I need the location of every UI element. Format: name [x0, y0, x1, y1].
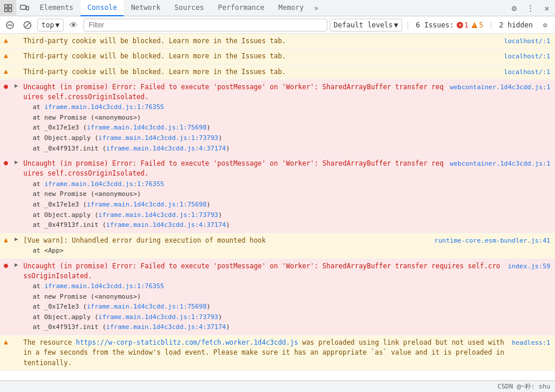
separator-1: | [406, 21, 410, 29]
log-level-dropdown-icon: ▼ [394, 21, 398, 29]
clear-console-button[interactable] [2, 18, 18, 33]
message-row: ▲ The resource https://w-corp-staticblit… [0, 335, 555, 371]
issues-badge[interactable]: 6 Issues: ✕ 1 ! 5 [413, 21, 486, 29]
more-options-icon[interactable]: ⋮ [522, 0, 539, 16]
expand-btn-vue[interactable]: ▶ [12, 235, 21, 242]
console-settings-icon[interactable]: ⚙ [537, 18, 553, 33]
resource-link[interactable]: https://w-corp-staticblitz.com/fetch.wor… [76, 338, 298, 346]
tab-performance[interactable]: Performance [211, 0, 271, 16]
svg-rect-2 [5, 9, 8, 12]
message-text: Third-party cookie will be blocked. Lear… [21, 66, 502, 78]
filter-input[interactable] [83, 19, 327, 32]
eye-icon[interactable]: 👁 [66, 18, 81, 33]
log-level-selector[interactable]: Default levels ▼ [330, 19, 402, 32]
stack-link[interactable]: iframe.main.1d4c3cdd.js:1:73793 [99, 211, 218, 219]
console-messages: ▲ Third-party cookie will be blocked. Le… [0, 34, 555, 380]
tab-console[interactable]: Console [81, 0, 124, 16]
message-source[interactable]: webcontainer.1d4c3cdd.js:1 [448, 158, 555, 169]
stack-link[interactable]: iframe.main.1d4c3cdd.js:1:76355 [44, 282, 164, 290]
svg-rect-1 [9, 5, 12, 8]
stack-link[interactable]: iframe.main.1d4c3cdd.js:1:76355 [44, 103, 164, 111]
svg-rect-0 [5, 5, 8, 8]
stack-link[interactable]: iframe.main.1d4c3cdd.js:1:73793 [99, 313, 218, 321]
tab-network[interactable]: Network [124, 0, 167, 16]
inspect-icon[interactable] [0, 0, 16, 16]
stack-link[interactable]: iframe.main.1d4c3cdd.js:1:73793 [99, 134, 218, 142]
error-icon: ● [0, 81, 12, 90]
context-dropdown-icon: ▼ [55, 21, 60, 29]
svg-rect-5 [26, 6, 29, 10]
hidden-count-label: 2 hidden [499, 21, 533, 29]
expand-placeholder-resource [12, 337, 21, 338]
svg-text:✕: ✕ [458, 23, 462, 28]
message-row: ▲ ▶ [Vue warn]: Unhandled error during e… [0, 233, 555, 259]
svg-text:!: ! [474, 23, 475, 29]
expand-placeholder [12, 66, 21, 67]
more-tabs-icon[interactable]: » [310, 0, 322, 16]
stack-link[interactable]: iframe.main.1d4c3cdd.js:1:75698 [87, 124, 207, 131]
warning-icon: ▲ [0, 235, 12, 244]
message-text: Third-party cookie will be blocked. Lear… [21, 50, 502, 62]
message-source[interactable]: localhost/:1 [502, 50, 555, 61]
warning-icon: ▲ [0, 50, 12, 60]
close-devtools-icon[interactable]: ✕ [539, 0, 555, 16]
log-level-label: Default levels [334, 21, 393, 29]
svg-rect-4 [20, 5, 26, 9]
message-source[interactable]: index.js:59 [505, 260, 555, 271]
message-row: ● ▶ Uncaught (in promise) Error: Failed … [0, 156, 555, 233]
warning-icon: ▲ [0, 66, 12, 75]
error-icon: ● [0, 260, 12, 270]
svg-rect-3 [9, 9, 12, 12]
message-text: Third-party cookie will be blocked. Lear… [21, 35, 502, 47]
warning-icon: ▲ [0, 35, 12, 44]
bottom-bar-text: CSDN @~朴: shu [498, 382, 550, 391]
stack-link[interactable]: iframe.main.1d4c3cdd.js:1:75698 [87, 303, 207, 310]
svg-line-9 [25, 23, 30, 27]
device-toolbar-icon[interactable] [16, 0, 33, 16]
message-source[interactable]: runtime-core.esm-bundler.js:41 [432, 235, 555, 246]
expand-btn-2[interactable]: ▶ [12, 158, 21, 165]
stack-link[interactable]: iframe.main.1d4c3cdd.js:4:37174 [106, 221, 226, 229]
message-row: ● ▶ Uncaught (in promise) Error: Failed … [0, 259, 555, 335]
warning-icon: ▲ [0, 337, 12, 346]
message-source[interactable]: localhost/:1 [502, 66, 555, 77]
prohibit-button[interactable] [20, 18, 35, 33]
message-row: ● ▶ Uncaught (in promise) Error: Failed … [0, 80, 555, 156]
context-label: top [41, 21, 54, 29]
expand-btn-3[interactable]: ▶ [12, 260, 21, 268]
console-toolbar: top ▼ 👁 Default levels ▼ | 6 Issues: ✕ 1… [0, 16, 555, 34]
message-source[interactable]: headless:1 [509, 337, 555, 348]
hidden-messages-badge[interactable]: 2 hidden [497, 21, 535, 29]
error-icon: ● [0, 158, 12, 167]
separator-2: | [489, 21, 493, 29]
message-row: ▲ Third-party cookie will be blocked. Le… [0, 65, 555, 80]
error-badge: ✕ 1 [456, 21, 469, 29]
message-text: Uncaught (in promise) Error: Failed to e… [21, 158, 448, 231]
message-text: Uncaught (in promise) Error: Failed to e… [21, 81, 448, 155]
message-source[interactable]: webcontainer.1d4c3cdd.js:1 [448, 81, 555, 92]
warning-badge: ! 5 [471, 21, 483, 29]
issues-count-label: 6 Issues: [416, 21, 453, 29]
message-text: Uncaught (in promise) Error: Failed to e… [21, 260, 505, 334]
message-row: ▲ Third-party cookie will be blocked. Le… [0, 34, 555, 49]
stack-link[interactable]: iframe.main.1d4c3cdd.js:4:37174 [106, 145, 226, 152]
tab-memory[interactable]: Memory [271, 0, 310, 16]
stack-link[interactable]: iframe.main.1d4c3cdd.js:1:76355 [44, 180, 164, 188]
devtools-tab-bar: Elements Console Network Sources Perform… [0, 0, 555, 16]
stack-link[interactable]: iframe.main.1d4c3cdd.js:1:75698 [87, 201, 207, 208]
message-text: The resource https://w-corp-staticblitz.… [21, 337, 509, 369]
context-selector[interactable]: top ▼ [37, 19, 64, 32]
settings-gear-icon[interactable]: ⚙ [506, 0, 522, 16]
tab-sources[interactable]: Sources [167, 0, 211, 16]
expand-placeholder [12, 50, 21, 51]
message-text: [Vue warn]: Unhandled error during execu… [21, 235, 432, 257]
expand-btn-1[interactable]: ▶ [12, 81, 21, 89]
bottom-bar: CSDN @~朴: shu [0, 380, 555, 392]
message-row: ▲ Third-party cookie will be blocked. Le… [0, 49, 555, 64]
expand-placeholder [12, 35, 21, 36]
tab-elements[interactable]: Elements [33, 0, 81, 16]
message-source[interactable]: localhost/:1 [502, 35, 555, 46]
stack-link[interactable]: iframe.main.1d4c3cdd.js:4:37174 [106, 323, 226, 331]
